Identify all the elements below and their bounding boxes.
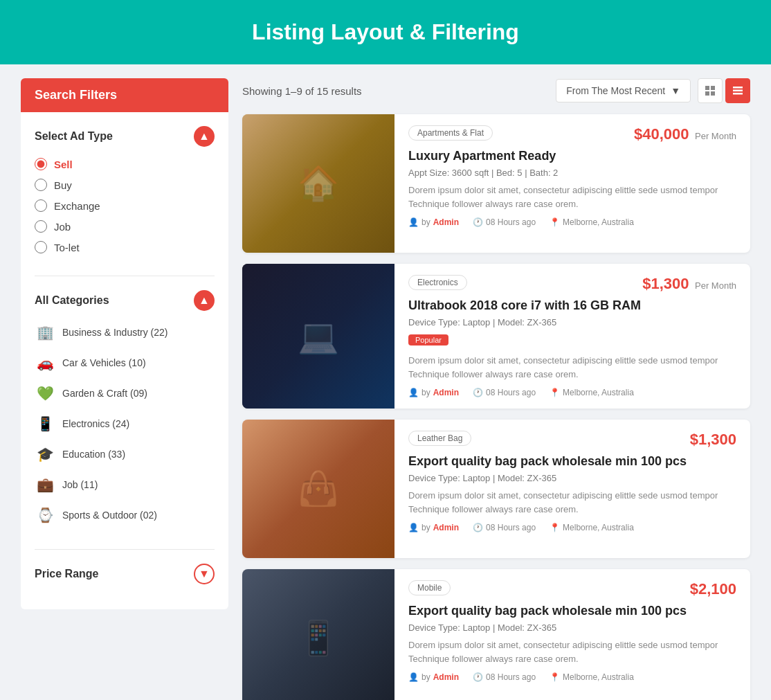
card-desc-4: Dorem ipsum dolor sit amet, consectetur … [408,638,736,665]
sidebar-body: Select Ad Type ▲ Sell Buy Exchange [21,112,228,609]
radio-buy[interactable]: Buy [35,179,215,191]
category-education[interactable]: 🎓 Education (33) [35,444,215,465]
card-price-period-2: Per Month [695,280,736,291]
clock-icon-1: 🕐 [473,217,483,227]
card-top-2: Electronics $1,300 Per Month [408,275,736,293]
ad-type-title: Select Ad Type [35,130,113,143]
listing-card-2: 💻 Electronics $1,300 Per Month Ultrabook… [242,264,750,409]
ad-type-header: Select Ad Type ▲ [35,126,215,147]
card-price-1: $40,000 [634,125,689,143]
sort-dropdown[interactable]: From The Most Recent ▼ [556,79,691,102]
card-time-3: 🕐 08 Hours ago [473,523,536,532]
listing-card-3: 👜 Leather Bag $1,300 Export quality bag … [242,420,750,558]
clock-icon-2: 🕐 [473,388,483,397]
price-range-title: Price Range [35,568,98,580]
admin-link-4[interactable]: Admin [433,672,459,682]
svg-rect-6 [733,93,743,95]
results-count: Showing 1–9 of 15 results [242,85,362,97]
listing-card-4: 📱 Mobile $2,100 Export quality bag pack … [242,569,750,700]
category-sports[interactable]: ⌚ Sports & Outdoor (02) [35,505,215,526]
job-icon: 💼 [35,474,55,495]
location-icon-4: 📍 [550,672,560,682]
grid-icon [705,85,716,96]
svg-rect-0 [705,86,709,90]
location-icon-1: 📍 [550,217,560,227]
listing-image-3: 👜 [242,420,394,558]
radio-exchange[interactable]: Exchange [35,199,215,212]
price-range-header: Price Range ▼ [35,564,215,584]
card-title-2: Ultrabook 2018 core i7 with 16 GB RAM [408,298,736,313]
card-price-container-4: $2,100 [690,580,736,598]
card-badge-4: Mobile [408,580,451,595]
radio-job[interactable]: Job [35,220,215,233]
card-footer-1: 👤 by Admin 🕐 08 Hours ago 📍 Melborne, Au… [408,217,736,227]
location-icon-3: 📍 [550,523,560,532]
radio-tolet[interactable]: To-let [35,241,215,253]
card-badge-1: Apartments & Flat [408,125,493,141]
listing-image-2: 💻 [242,264,394,409]
radio-sell-label: Sell [54,159,73,170]
card-price-container-3: $1,300 [690,431,736,449]
card-author-1: 👤 by Admin [408,217,459,227]
radio-exchange-input[interactable] [35,199,47,212]
card-top-4: Mobile $2,100 [408,580,736,598]
card-time-1: 🕐 08 Hours ago [473,217,536,227]
categories-collapse-btn[interactable]: ▲ [194,290,215,311]
user-icon-2: 👤 [408,388,419,397]
grid-view-btn[interactable] [698,78,723,103]
category-electronics[interactable]: 📱 Electronics (24) [35,413,215,434]
card-location-2: 📍 Melborne, Australia [550,388,634,397]
card-price-period-1: Per Month [695,131,736,141]
ad-type-filter: Select Ad Type ▲ Sell Buy Exchange [35,126,215,276]
card-desc-2: Dorem ipsum dolor sit amet, consectetur … [408,354,736,381]
listing-card-1: 🏠 Apartments & Flat $40,000 Per Month Lu… [242,114,750,253]
category-garden[interactable]: 💚 Garden & Craft (09) [35,383,215,404]
page-title: Listing Layout & Filtering [0,19,771,45]
radio-buy-input[interactable] [35,179,47,191]
card-price-container-1: $40,000 Per Month [634,125,736,143]
radio-tolet-input[interactable] [35,241,47,253]
listings-container: 🏠 Apartments & Flat $40,000 Per Month Lu… [242,114,750,700]
card-location-text-1: Melborne, Australia [563,217,634,227]
card-footer-2: 👤 by Admin 🕐 08 Hours ago 📍 Melborne, Au… [408,388,736,397]
list-view-btn[interactable] [725,78,750,103]
card-top-3: Leather Bag $1,300 [408,431,736,449]
radio-exchange-label: Exchange [54,200,100,212]
card-location-1: 📍 Melborne, Australia [550,217,634,227]
svg-rect-1 [711,86,715,90]
sidebar-header-label: Search Filters [35,88,117,102]
card-title-1: Luxury Apartment Ready [408,149,736,163]
radio-sell[interactable]: Sell [35,158,215,170]
content-toolbar: Showing 1–9 of 15 results From The Most … [242,78,750,103]
education-icon: 🎓 [35,444,55,465]
radio-job-input[interactable] [35,220,47,233]
admin-link-2[interactable]: Admin [433,388,459,397]
price-range-expand-btn[interactable]: ▼ [194,564,215,584]
card-author-2: 👤 by Admin [408,388,459,397]
card-body-1: Apartments & Flat $40,000 Per Month Luxu… [394,114,750,253]
sidebar: Search Filters Select Ad Type ▲ Sell Buy [21,78,228,700]
card-price-2: $1,300 [642,275,689,292]
category-car[interactable]: 🚗 Car & Vehicles (10) [35,352,215,373]
radio-sell-input[interactable] [35,158,47,170]
svg-rect-2 [705,91,709,96]
garden-icon: 💚 [35,383,55,404]
page-header: Listing Layout & Filtering [0,0,771,64]
card-time-text-4: 08 Hours ago [486,672,536,682]
category-business-label: Business & Industry (22) [62,327,168,338]
admin-link-1[interactable]: Admin [433,217,459,227]
category-garden-label: Garden & Craft (09) [62,388,147,399]
svg-rect-4 [733,87,743,89]
category-business[interactable]: 🏢 Business & Industry (22) [35,322,215,343]
admin-link-3[interactable]: Admin [433,523,459,532]
main-content: Showing 1–9 of 15 results From The Most … [242,78,750,700]
card-meta-4: Device Type: Laptop | Model: ZX-365 [408,622,736,633]
card-author-3: 👤 by Admin [408,523,459,532]
card-meta-2: Device Type: Laptop | Model: ZX-365 [408,317,736,327]
category-job[interactable]: 💼 Job (11) [35,474,215,495]
toolbar-right: From The Most Recent ▼ [556,78,750,103]
ad-type-collapse-btn[interactable]: ▲ [194,126,215,147]
location-icon-2: 📍 [550,388,560,397]
clock-icon-3: 🕐 [473,523,483,532]
user-icon-1: 👤 [408,217,419,227]
